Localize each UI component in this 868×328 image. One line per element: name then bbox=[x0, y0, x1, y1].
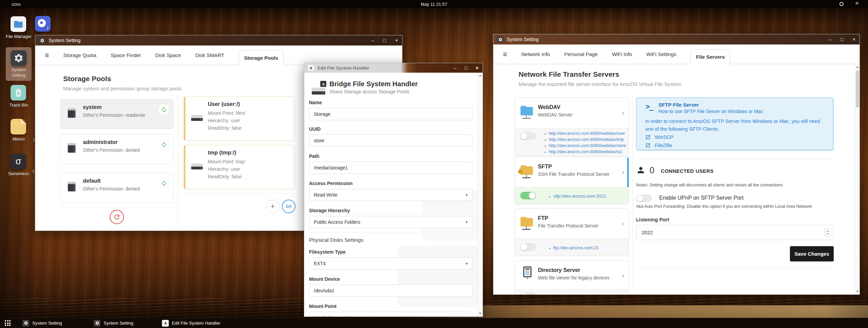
pool-card-system[interactable]: system Other's Permission: readwrite bbox=[60, 99, 174, 129]
name-input[interactable] bbox=[309, 108, 472, 120]
minimize-button[interactable]: – bbox=[829, 37, 832, 42]
maximize-button[interactable]: □ bbox=[840, 37, 843, 42]
status-circle-icon[interactable] bbox=[839, 2, 844, 6]
app-launcher-icon[interactable] bbox=[5, 320, 11, 326]
tab-storage-pools[interactable]: Storage Pools bbox=[239, 50, 284, 65]
directory-enable-toggle[interactable] bbox=[520, 293, 536, 294]
file-servers-content: Network File Transfer Servers Manage the… bbox=[493, 64, 860, 294]
title-bar[interactable]: System Setting – □ × bbox=[493, 34, 860, 44]
scroll-up-icon[interactable] bbox=[856, 66, 859, 68]
tab-wifi-info[interactable]: WiFi Info bbox=[612, 51, 632, 57]
webdav-url-link[interactable]: ▸http://dev.arozos.com:8080/webdav/store bbox=[545, 143, 626, 148]
taskbar-item-system-setting-2[interactable]: System Setting bbox=[94, 318, 133, 328]
sftp-enable-toggle[interactable] bbox=[520, 192, 536, 199]
mount-point-input[interactable] bbox=[309, 312, 472, 316]
close-button[interactable]: × bbox=[395, 38, 398, 43]
path-input[interactable] bbox=[309, 162, 472, 174]
close-button[interactable]: × bbox=[476, 65, 478, 71]
sftp-url-link[interactable]: ▸sftp://dev.arozos.com:2022 bbox=[549, 194, 606, 199]
taskbar-item-edit-fsh[interactable]: Edit File System Handler bbox=[162, 318, 220, 328]
maximize-button[interactable]: □ bbox=[465, 65, 467, 71]
hamburger-icon[interactable]: ≡ bbox=[503, 50, 507, 58]
scrollbar[interactable] bbox=[855, 64, 860, 294]
tab-disk-smart[interactable]: Disk SMART bbox=[195, 52, 224, 58]
taskbar-item-system-setting-1[interactable]: System Setting bbox=[22, 318, 62, 328]
tab-storage-quota[interactable]: Storage Quota bbox=[63, 52, 96, 58]
mount-device-input[interactable] bbox=[309, 285, 472, 297]
winscp-link[interactable]: WinSCP bbox=[645, 134, 673, 140]
tab-disk-space[interactable]: Disk Space bbox=[155, 52, 181, 58]
storage-hierarchy-select[interactable]: Public Access Folders ▾ bbox=[309, 216, 472, 228]
filezilla-link[interactable]: FileZilla bbox=[645, 143, 672, 148]
webdav-url-link[interactable]: ▸http://dev.arozos.com:8080/webdav/tmp bbox=[545, 137, 624, 142]
listening-port-input[interactable] bbox=[636, 225, 833, 240]
webdav-url-link[interactable]: ▸http://dev.arozos.com:8080/webdav/is1 bbox=[545, 149, 622, 154]
filesystem-type-select[interactable]: EXT4 ▾ bbox=[309, 257, 472, 270]
pool-card-administrator[interactable]: administrator Other's Permission: denied bbox=[60, 134, 174, 164]
mount-card-user[interactable]: User (user:/) Mount Point: files/ Hierar… bbox=[184, 96, 295, 141]
uuid-label: UUID bbox=[309, 126, 321, 132]
desktop-icon-trash-bin[interactable] bbox=[11, 85, 26, 101]
title-bar[interactable]: System Setting – □ × bbox=[35, 35, 402, 45]
refresh-pools-button[interactable] bbox=[110, 210, 124, 224]
tab-network-info[interactable]: Network Info bbox=[521, 51, 550, 57]
access-permission-label: Access Permission bbox=[309, 181, 352, 186]
minimize-button[interactable]: – bbox=[372, 38, 374, 43]
scroll-up-icon[interactable] bbox=[479, 75, 482, 76]
gear-icon bbox=[497, 36, 503, 42]
external-link-icon bbox=[645, 143, 651, 148]
webdav-server-card[interactable]: WebDAV WebDAV Server › ▸http://dev.arozo… bbox=[514, 97, 629, 156]
chevron-right-icon[interactable]: › bbox=[622, 109, 624, 116]
desktop-icon-music[interactable]: ♪ bbox=[35, 16, 51, 32]
desktop-icon-file-manager[interactable] bbox=[11, 16, 26, 32]
hamburger-icon[interactable]: ≡ bbox=[45, 51, 49, 59]
desktop-icon-memo[interactable] bbox=[11, 119, 26, 134]
number-stepper[interactable] bbox=[825, 229, 830, 236]
sync-pool-button[interactable] bbox=[158, 104, 169, 115]
access-permission-select[interactable]: Read Write ▾ bbox=[309, 189, 472, 201]
tab-space-finder[interactable]: Space Finder bbox=[111, 52, 141, 58]
scrollbar[interactable] bbox=[477, 73, 483, 316]
webdav-enable-toggle[interactable] bbox=[520, 132, 536, 140]
ftp-server-card[interactable]: FTP File Transfer Protocol Server › ▸ftp… bbox=[514, 208, 629, 256]
drive-icon bbox=[191, 163, 203, 170]
title-bar[interactable]: Edit File System Handler – □ × bbox=[304, 63, 483, 73]
sync-pool-button[interactable] bbox=[158, 178, 169, 189]
chevron-right-icon[interactable]: › bbox=[622, 220, 624, 227]
bridge-fsh-button[interactable] bbox=[282, 200, 295, 213]
desktop-icon-system-setting[interactable] bbox=[11, 50, 26, 66]
mount-point: Mount Point: tmp/ bbox=[208, 159, 245, 164]
sync-pool-button[interactable] bbox=[158, 139, 169, 150]
ftp-url-link[interactable]: ▸ftp://dev.arozos.com:21 bbox=[549, 245, 599, 250]
tab-wifi-settings[interactable]: WiFi Settings bbox=[646, 51, 676, 57]
uuid-input[interactable] bbox=[309, 134, 472, 147]
add-fsh-button[interactable]: + bbox=[266, 200, 279, 213]
sftp-howto-link[interactable]: How to use SFTP File Server on Windows o… bbox=[658, 109, 763, 114]
chevron-right-icon[interactable]: › bbox=[622, 168, 624, 176]
top-bar: ccns May 11 21:57 ≡ bbox=[0, 0, 868, 8]
ftp-enable-toggle[interactable] bbox=[520, 243, 536, 251]
refresh-icon bbox=[113, 213, 121, 221]
scroll-down-icon[interactable] bbox=[479, 313, 482, 314]
menu-icon[interactable]: ≡ bbox=[855, 0, 858, 6]
mount-card-tmp[interactable]: tmp (tmp:/) Mount Point: tmp/ Hierarchy:… bbox=[184, 145, 295, 189]
save-changes-button[interactable]: Save Changes bbox=[790, 246, 834, 261]
pool-card-default[interactable]: default Other's Permission: denied bbox=[60, 173, 174, 203]
minimize-button[interactable]: – bbox=[454, 65, 457, 71]
window-system-setting-servers: System Setting – □ × ≡ Network Info Pers… bbox=[493, 34, 860, 295]
directory-server-card[interactable]: Directory Server Web file viewer for leg… bbox=[514, 260, 629, 294]
scroll-down-icon[interactable] bbox=[856, 291, 859, 292]
caret-down-icon: ▾ bbox=[466, 216, 468, 228]
tab-personal-page[interactable]: Personal Page bbox=[564, 51, 597, 57]
sftp-server-card[interactable]: SFTP SSH File Transfer Protocol Server ›… bbox=[514, 157, 629, 204]
scroll-thumb[interactable] bbox=[856, 70, 859, 108]
eject-badge-icon bbox=[320, 81, 326, 87]
chevron-right-icon[interactable]: › bbox=[622, 271, 624, 279]
maximize-button[interactable]: □ bbox=[383, 38, 386, 43]
tab-file-servers[interactable]: File Servers bbox=[690, 49, 730, 64]
desktop-icon-serverless[interactable]: σ bbox=[11, 153, 26, 169]
webdav-url-link[interactable]: ▸http://dev.arozos.com:8080/webdav/user bbox=[545, 131, 625, 136]
upnp-toggle[interactable] bbox=[636, 195, 652, 202]
close-button[interactable]: × bbox=[853, 37, 855, 42]
server-title: FTP bbox=[538, 215, 548, 221]
